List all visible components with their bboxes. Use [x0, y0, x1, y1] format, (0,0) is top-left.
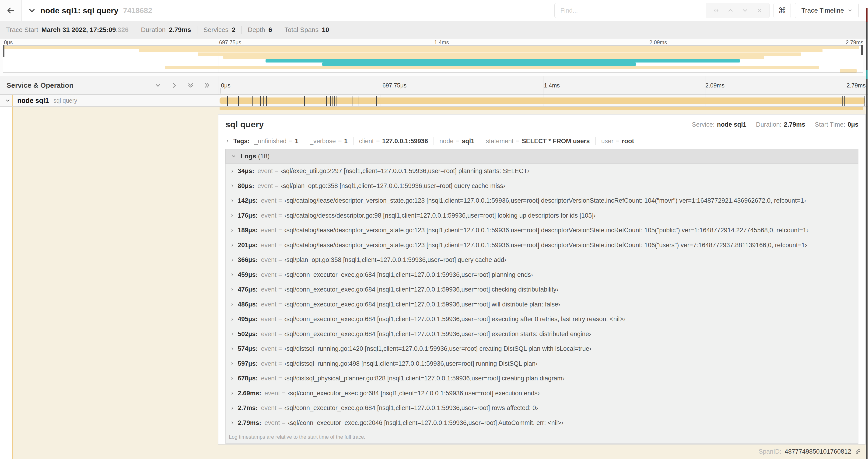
- log-timestamp: 495μs:: [238, 316, 258, 323]
- tag-item[interactable]: _unfinished = 1: [254, 138, 299, 145]
- chevron-right-icon[interactable]: [230, 199, 234, 203]
- minimap-span-bar: [139, 49, 823, 52]
- log-equals: =: [278, 286, 282, 293]
- chevron-right-icon[interactable]: [230, 169, 234, 173]
- span-timeline-cell[interactable]: [218, 95, 868, 106]
- copy-link-icon[interactable]: [855, 448, 862, 455]
- minimap-right-drag-handle[interactable]: [861, 45, 863, 55]
- log-row[interactable]: 2.79ms: event = ‹sql/conn_executor_exec.…: [226, 416, 858, 431]
- log-timestamp: 34μs:: [238, 167, 254, 175]
- span-id-label: SpanID:: [758, 448, 781, 455]
- prev-match-icon[interactable]: [727, 7, 734, 13]
- summary-item: Total Spans 10: [278, 26, 335, 34]
- minimap-axis-labels: 0μs697.75μs1.4ms2.09ms2.79ms: [3, 39, 863, 45]
- chevron-right-icon[interactable]: [230, 332, 234, 336]
- log-timestamp: 189μs:: [238, 227, 258, 234]
- log-row[interactable]: 502μs: event = ‹sql/conn_executor_exec.g…: [226, 327, 858, 342]
- chevron-right-icon[interactable]: [225, 139, 229, 143]
- chevron-down-icon[interactable]: [5, 98, 10, 103]
- keyboard-shortcuts-button[interactable]: ⌘: [774, 3, 791, 18]
- log-field-key: event: [261, 212, 277, 219]
- tags-row[interactable]: Tags: _unfinished = 1 _verbose = 1 clien…: [218, 134, 865, 148]
- summary-value: 10: [322, 26, 329, 33]
- logs-rows: 34μs: event = ‹sql/exec_util.go:2297 [ns…: [226, 164, 858, 430]
- logs-header[interactable]: Logs (18): [225, 149, 859, 164]
- log-field-key: event: [261, 301, 277, 308]
- tag-item[interactable]: client = 127.0.0.1:59936: [359, 138, 428, 145]
- chevron-right-icon[interactable]: [230, 347, 234, 351]
- minimap-span-bar: [322, 63, 636, 66]
- log-row[interactable]: 189μs: event = ‹sql/catalog/lease/descri…: [226, 223, 858, 238]
- chevron-down-icon[interactable]: [231, 154, 236, 159]
- chevron-right-icon[interactable]: [230, 288, 234, 292]
- log-row[interactable]: 2.69ms: event = ‹sql/conn_executor_exec.…: [226, 386, 858, 401]
- back-button[interactable]: [0, 0, 22, 21]
- tag-item[interactable]: statement = SELECT * FROM users: [486, 138, 590, 145]
- log-row[interactable]: 176μs: event = ‹sql/catalog/descs/descri…: [226, 208, 858, 223]
- log-row[interactable]: 2.7ms: event = ‹sql/conn_executor_exec.g…: [226, 401, 858, 416]
- summary-value: March 31 2022, 17:25:09: [41, 26, 116, 33]
- log-field-key: event: [265, 390, 280, 397]
- span-color-accent: [12, 107, 13, 459]
- timeline-minimap: 0μs697.75μs1.4ms2.09ms2.79ms: [0, 38, 868, 76]
- chevron-right-icon[interactable]: [230, 258, 234, 262]
- span-row[interactable]: node sql1 sql query: [0, 95, 868, 107]
- log-message: ‹sql/plan_opt.go:358 [nsql1,client=127.0…: [284, 256, 506, 264]
- collapse-all-icon[interactable]: [187, 82, 194, 89]
- chevron-right-icon[interactable]: [230, 421, 234, 425]
- next-match-icon[interactable]: [742, 7, 748, 13]
- log-equals: =: [282, 419, 286, 427]
- log-tick: [334, 96, 335, 106]
- axis-tick-label: 1.4ms: [434, 39, 449, 46]
- log-timestamp: 678μs:: [238, 375, 258, 382]
- span-duration-bar[interactable]: [220, 97, 865, 104]
- column-resize-grip[interactable]: [219, 88, 221, 94]
- find-input[interactable]: [555, 3, 706, 18]
- chevron-right-icon[interactable]: [230, 406, 234, 410]
- chevron-right-icon[interactable]: [230, 229, 234, 232]
- chevron-right-icon[interactable]: [230, 214, 234, 217]
- summary-value-suffix: .326: [116, 26, 129, 33]
- tag-item[interactable]: _verbose = 1: [310, 138, 348, 145]
- log-timestamp: 2.69ms:: [238, 390, 261, 397]
- log-row[interactable]: 80μs: event = ‹sql/plan_opt.go:358 [nsql…: [226, 179, 858, 194]
- chevron-right-icon[interactable]: [230, 243, 234, 247]
- expand-all-icon[interactable]: [204, 82, 210, 89]
- log-row[interactable]: 597μs: event = ‹sql/distsql_running.go:4…: [226, 356, 858, 371]
- tag-item[interactable]: user = root: [601, 138, 634, 145]
- log-field-key: event: [261, 286, 277, 293]
- tag-value: SELECT * FROM users: [522, 138, 590, 145]
- log-row[interactable]: 34μs: event = ‹sql/exec_util.go:2297 [ns…: [226, 164, 858, 179]
- tags-items: _unfinished = 1 _verbose = 1 client = 12…: [254, 137, 634, 145]
- chevron-right-icon[interactable]: [230, 391, 234, 395]
- chevron-right-icon[interactable]: [230, 302, 234, 306]
- tag-item[interactable]: node = sql1: [439, 138, 474, 145]
- log-row[interactable]: 201μs: event = ‹sql/catalog/lease/descri…: [226, 238, 858, 253]
- span-name-cell[interactable]: node sql1 sql query: [0, 95, 218, 106]
- log-row[interactable]: 486μs: event = ‹sql/conn_executor_exec.g…: [226, 297, 858, 312]
- locate-match-icon[interactable]: [713, 7, 719, 13]
- log-timestamp: 142μs:: [238, 197, 258, 204]
- chevron-down-icon[interactable]: [28, 7, 36, 14]
- log-row[interactable]: 459μs: event = ‹sql/conn_executor_exec.g…: [226, 267, 858, 283]
- collapse-one-icon[interactable]: [155, 82, 161, 89]
- log-row[interactable]: 495μs: event = ‹sql/conn_executor_exec.g…: [226, 312, 858, 327]
- chevron-right-icon[interactable]: [230, 377, 234, 381]
- chevron-right-icon[interactable]: [230, 362, 234, 365]
- log-row[interactable]: 574μs: event = ‹sql/distsql_running.go:1…: [226, 341, 858, 356]
- minimap-span-bar: [840, 69, 857, 72]
- minimap-left-drag-handle[interactable]: [3, 45, 4, 57]
- trace-view-selector[interactable]: Trace Timeline: [795, 3, 859, 18]
- log-row[interactable]: 366μs: event = ‹sql/plan_opt.go:358 [nsq…: [226, 253, 858, 267]
- log-row[interactable]: 678μs: event = ‹sql/distsql_physical_pla…: [226, 371, 858, 386]
- clear-find-icon[interactable]: [756, 7, 763, 13]
- chevron-right-icon[interactable]: [230, 318, 234, 321]
- log-message: ‹sql/conn_executor_exec.go:684 [nsql1,cl…: [284, 301, 560, 308]
- log-row[interactable]: 476μs: event = ‹sql/conn_executor_exec.g…: [226, 282, 858, 297]
- chevron-right-icon[interactable]: [230, 273, 234, 276]
- log-equals: =: [278, 212, 282, 219]
- log-row[interactable]: 142μs: event = ‹sql/catalog/lease/descri…: [226, 193, 858, 208]
- expand-one-icon[interactable]: [171, 82, 178, 89]
- chevron-right-icon[interactable]: [230, 184, 234, 188]
- minimap-canvas[interactable]: [3, 45, 863, 73]
